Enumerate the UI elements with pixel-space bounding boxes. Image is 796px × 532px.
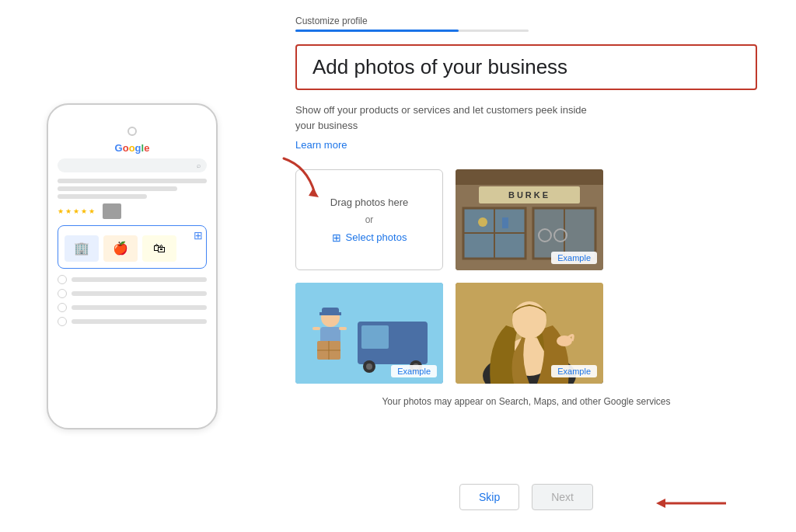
skip-button[interactable]: Skip	[459, 484, 519, 510]
svg-marker-0	[309, 188, 319, 197]
example-shop-image: BURKE	[456, 169, 603, 270]
example-badge-shop: Example	[551, 252, 597, 264]
select-photos-button[interactable]: ⊞ Select photos	[332, 231, 407, 244]
phone-thumb-building: 🏢	[65, 235, 99, 262]
footer-text: Your photos may appear on Search, Maps, …	[382, 396, 670, 407]
learn-more-link[interactable]: Learn more	[295, 139, 757, 151]
star-icon: ★	[73, 207, 79, 215]
phone-line	[72, 291, 207, 296]
drag-photos-text: Drag photos here	[330, 196, 408, 208]
phone-line	[58, 194, 147, 199]
progress-bar-background	[295, 30, 529, 32]
title-box: Add photos of your business	[295, 44, 757, 90]
right-panel: Customize profile Add photos of your bus…	[264, 0, 796, 532]
description-text: Show off your products or services and l…	[295, 103, 606, 133]
photos-right-col: BURKE	[456, 169, 603, 384]
phone-line	[72, 319, 207, 324]
phone-photo-row: 🏢 🍎 🛍	[65, 235, 200, 262]
star-icon: ★	[58, 207, 64, 215]
buttons-row: Skip Next	[295, 484, 757, 516]
phone-photo-card: ⊞ 🏢 🍎 🛍	[58, 225, 207, 269]
example-badge-delivery: Example	[391, 365, 437, 377]
phone-phone-icon	[58, 303, 67, 312]
progress-bar-fill	[295, 30, 459, 32]
phone-icon-row	[58, 275, 207, 284]
phone-add-photo-icon: ⊞	[194, 229, 203, 242]
phone-line	[72, 305, 207, 310]
svg-marker-38	[656, 499, 665, 508]
photos-section: Drag photos here or ⊞ Select photos	[295, 169, 757, 384]
svg-point-6	[366, 363, 372, 370]
phone-mockup: Google ⌕ ★ ★ ★ ★ ★ ⊞ 🏢 🍎 🛍	[47, 103, 218, 429]
svg-rect-29	[502, 217, 508, 228]
svg-point-35	[512, 301, 546, 339]
store-icon	[103, 203, 121, 219]
page-title: Add photos of your business	[312, 55, 740, 79]
svg-rect-3	[361, 325, 389, 349]
phone-camera	[127, 127, 137, 136]
example-hair-image: Example	[456, 283, 603, 384]
next-arrow-indicator	[656, 492, 734, 515]
star-icon: ★	[65, 207, 72, 215]
next-button[interactable]: Next	[532, 484, 593, 510]
phone-line	[58, 179, 207, 183]
phone-icon-row	[58, 303, 207, 312]
phone-line	[58, 186, 177, 191]
phone-stars-row: ★ ★ ★ ★ ★	[58, 203, 207, 219]
svg-point-28	[478, 217, 487, 227]
progress-label: Customize profile	[295, 16, 757, 26]
phone-globe-icon	[58, 317, 67, 326]
phone-location-icon	[58, 275, 67, 284]
select-photos-label: Select photos	[346, 231, 407, 243]
google-logo: Google	[58, 142, 207, 154]
phone-bottom-lines	[58, 275, 207, 326]
or-text: or	[365, 214, 374, 225]
star-icon: ★	[89, 207, 95, 215]
phone-icon-row	[58, 289, 207, 298]
phone-line	[72, 277, 207, 282]
phone-search-bar: ⌕	[58, 158, 207, 172]
phone-search-icon: ⌕	[197, 162, 201, 169]
phone-thumb-food: 🍎	[103, 235, 138, 262]
arrow-indicator	[260, 151, 323, 205]
example-badge-hair: Example	[551, 365, 597, 377]
select-photos-icon: ⊞	[332, 231, 341, 244]
phone-clock-icon	[58, 289, 67, 298]
svg-rect-15	[312, 327, 320, 330]
svg-rect-18	[456, 169, 603, 185]
svg-text:BURKE: BURKE	[508, 190, 550, 200]
svg-rect-10	[319, 312, 341, 315]
phone-icon-row	[58, 317, 207, 326]
progress-section: Customize profile	[295, 16, 757, 32]
example-delivery-image: Example	[295, 283, 443, 384]
svg-rect-16	[339, 327, 347, 330]
left-panel: Google ⌕ ★ ★ ★ ★ ★ ⊞ 🏢 🍎 🛍	[0, 0, 264, 532]
phone-content-lines	[58, 179, 207, 199]
phone-thumb-bag: 🛍	[142, 235, 176, 262]
star-icon: ★	[81, 207, 87, 215]
